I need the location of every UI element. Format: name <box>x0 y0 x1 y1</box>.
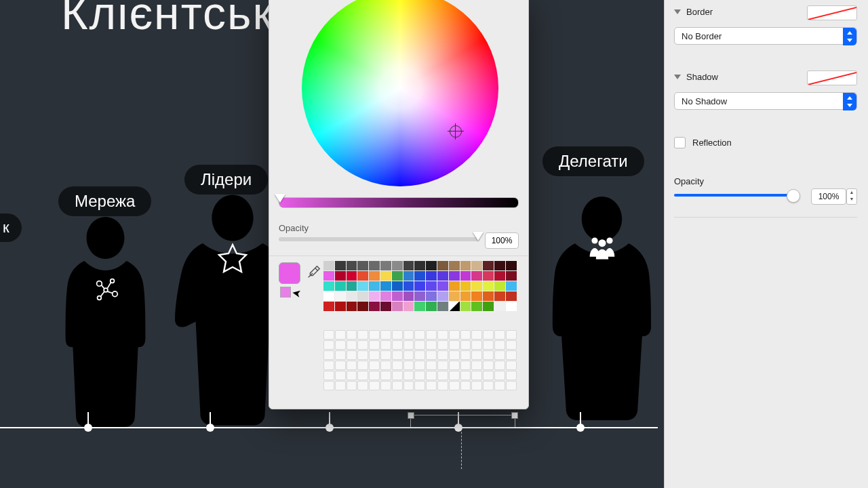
palette-swatch[interactable] <box>369 302 380 311</box>
empty-swatch[interactable] <box>380 330 391 340</box>
recent-swatch[interactable] <box>280 287 291 298</box>
palette-swatch[interactable] <box>494 281 505 291</box>
eyedropper-icon[interactable] <box>306 265 321 280</box>
empty-swatch[interactable] <box>449 361 460 370</box>
palette-swatch[interactable] <box>449 281 460 291</box>
palette-swatch[interactable] <box>357 261 368 270</box>
opacity-thumb[interactable] <box>787 189 800 203</box>
palette-swatch[interactable] <box>506 271 517 281</box>
empty-swatch[interactable] <box>414 371 425 380</box>
palette-swatch[interactable] <box>483 291 494 301</box>
empty-swatch[interactable] <box>426 330 437 340</box>
empty-swatch[interactable] <box>335 381 346 390</box>
empty-swatch[interactable] <box>414 340 425 350</box>
color-wheel[interactable] <box>302 0 498 186</box>
empty-swatch[interactable] <box>380 371 391 380</box>
empty-swatch[interactable] <box>347 361 357 370</box>
empty-swatch[interactable] <box>426 361 437 370</box>
palette-swatch[interactable] <box>460 271 471 281</box>
empty-swatch[interactable] <box>483 350 494 360</box>
empty-swatch[interactable] <box>403 330 414 340</box>
palette-swatch[interactable] <box>483 261 494 270</box>
reflection-checkbox[interactable] <box>674 137 686 148</box>
palette-swatch[interactable] <box>506 261 517 270</box>
empty-swatch[interactable] <box>471 340 482 350</box>
empty-swatch[interactable] <box>323 330 334 340</box>
palette-swatch[interactable] <box>335 261 346 270</box>
empty-swatch[interactable] <box>483 361 494 370</box>
empty-swatch[interactable] <box>414 350 425 360</box>
empty-swatch[interactable] <box>483 340 494 350</box>
palette-swatch[interactable] <box>414 261 425 270</box>
palette-swatch[interactable] <box>335 281 346 291</box>
empty-swatch[interactable] <box>483 330 494 340</box>
empty-swatch[interactable] <box>414 361 425 370</box>
empty-swatch[interactable] <box>506 330 517 340</box>
palette-swatch[interactable] <box>369 261 380 270</box>
empty-swatch[interactable] <box>414 330 425 340</box>
palette-swatch[interactable] <box>449 302 460 311</box>
empty-swatch[interactable] <box>357 350 368 360</box>
empty-swatch[interactable] <box>506 381 517 390</box>
palette-swatch[interactable] <box>335 271 346 281</box>
reflection-row[interactable]: Reflection <box>674 137 857 148</box>
palette-swatch[interactable] <box>347 281 357 291</box>
current-color-swatch[interactable] <box>279 262 300 284</box>
empty-swatch[interactable] <box>471 350 482 360</box>
palette-swatch[interactable] <box>449 271 460 281</box>
palette-swatch[interactable] <box>323 281 334 291</box>
empty-swatch[interactable] <box>392 330 403 340</box>
palette-swatch[interactable] <box>494 271 505 281</box>
empty-swatch[interactable] <box>380 361 391 370</box>
empty-swatch[interactable] <box>449 330 460 340</box>
empty-swatch[interactable] <box>335 371 346 380</box>
palette-swatch[interactable] <box>323 302 334 311</box>
shadow-select[interactable]: No Shadow <box>674 92 857 110</box>
palette-swatch[interactable] <box>426 302 437 311</box>
border-select[interactable]: No Border <box>674 27 857 45</box>
palette-swatch[interactable] <box>471 291 482 301</box>
opacity-field[interactable]: 100% <box>811 188 846 205</box>
empty-swatch[interactable] <box>369 381 380 390</box>
empty-swatch[interactable] <box>380 350 391 360</box>
palette-swatch[interactable] <box>369 271 380 281</box>
empty-swatch[interactable] <box>357 371 368 380</box>
palette-swatch[interactable] <box>357 281 368 291</box>
empty-swatch[interactable] <box>506 350 517 360</box>
opacity-stepper[interactable]: ▲▼ <box>846 188 857 205</box>
pill-lidery[interactable]: Лідери <box>184 165 268 195</box>
empty-swatch[interactable] <box>323 371 334 380</box>
palette-swatch[interactable] <box>414 281 425 291</box>
palette-swatch[interactable] <box>403 261 414 270</box>
palette-swatch[interactable] <box>357 271 368 281</box>
empty-swatch[interactable] <box>460 361 471 370</box>
empty-swatch[interactable] <box>506 340 517 350</box>
palette-swatch[interactable] <box>323 291 334 301</box>
palette-swatch[interactable] <box>460 291 471 301</box>
empty-swatch[interactable] <box>357 361 368 370</box>
empty-swatch[interactable] <box>437 330 448 340</box>
silhouette-merezha[interactable] <box>53 217 158 427</box>
palette-swatch[interactable] <box>460 261 471 270</box>
palette-swatch[interactable] <box>483 302 494 311</box>
palette-swatch[interactable] <box>403 291 414 301</box>
empty-swatch[interactable] <box>426 350 437 360</box>
empty-swatch[interactable] <box>369 361 380 370</box>
empty-swatch[interactable] <box>437 350 448 360</box>
palette-swatch[interactable] <box>471 271 482 281</box>
pill-delegaty[interactable]: Делегати <box>542 146 644 176</box>
empty-swatch[interactable] <box>426 340 437 350</box>
empty-swatch[interactable] <box>494 381 505 390</box>
empty-swatch[interactable] <box>414 381 425 390</box>
empty-swatch[interactable] <box>380 381 391 390</box>
empty-swatch[interactable] <box>380 340 391 350</box>
palette-swatch[interactable] <box>380 281 391 291</box>
palette-swatch[interactable] <box>403 271 414 281</box>
opacity-field[interactable]: 100% <box>485 232 519 249</box>
palette-swatch[interactable] <box>471 302 482 311</box>
empty-swatch[interactable] <box>506 371 517 380</box>
shadow-color-swatch[interactable] <box>807 70 857 85</box>
empty-swatch[interactable] <box>392 371 403 380</box>
palette-swatch[interactable] <box>335 302 346 311</box>
palette-swatch[interactable] <box>437 261 448 270</box>
